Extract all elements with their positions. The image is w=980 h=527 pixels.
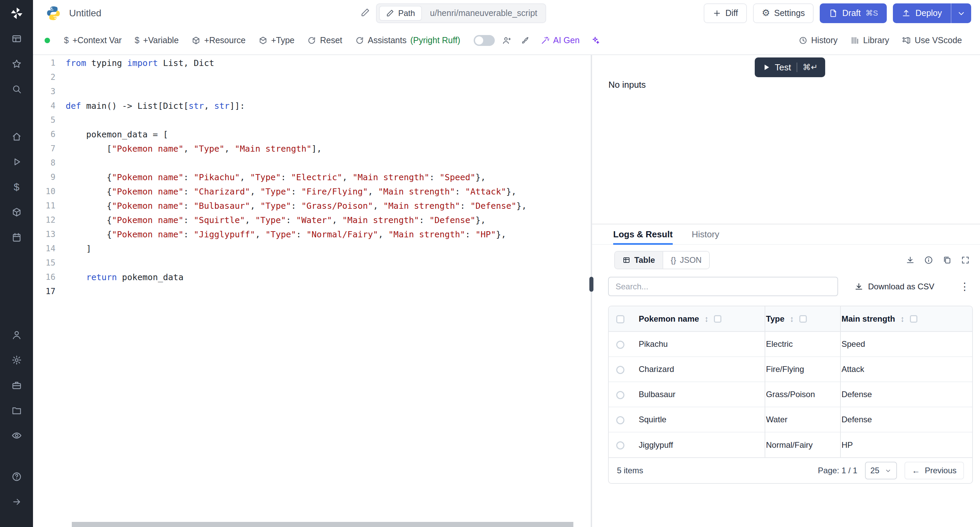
code-line[interactable]: 8 [33, 156, 591, 170]
expand-icon[interactable] [961, 256, 970, 265]
sort-icon[interactable]: ↕ [790, 314, 794, 324]
code-line[interactable]: 10 {"Pokemon name": "Charizard", "Type":… [33, 184, 591, 198]
multiplayer-toggle[interactable] [474, 35, 495, 46]
row-checkbox[interactable] [616, 441, 624, 449]
download-csv-button[interactable]: Download as CSV [854, 282, 934, 291]
path-chip[interactable]: Path u/henri/maneuverable_script [376, 3, 546, 23]
resources-icon[interactable] [9, 205, 24, 220]
code-line[interactable]: 6 pokemon_data = [ [33, 127, 591, 141]
search-icon[interactable] [9, 82, 24, 97]
code-line[interactable]: 5 [33, 113, 591, 127]
column-checkbox[interactable] [714, 315, 721, 323]
dollar-icon[interactable]: $ [9, 179, 24, 194]
column-header-pokemon-name[interactable]: Pokemon name↕ [638, 306, 765, 332]
code-line[interactable]: 15 [33, 256, 591, 270]
library-button[interactable]: Library [844, 35, 896, 45]
add-type-button[interactable]: +Type [252, 35, 301, 45]
table-row[interactable]: PikachuElectricSpeed [609, 332, 973, 357]
gear-icon[interactable] [9, 352, 24, 368]
row-checkbox[interactable] [616, 391, 624, 399]
home-icon[interactable] [9, 129, 24, 144]
collapse-arrow-icon[interactable] [9, 494, 24, 510]
view-table-button[interactable]: Table [615, 252, 662, 268]
deploy-dropdown-chevron[interactable] [951, 3, 971, 23]
code-line[interactable]: 4def main() -> List[Dict[str, str]]: [33, 98, 591, 113]
row-checkbox[interactable] [616, 416, 624, 424]
table-row[interactable]: CharizardFire/FlyingAttack [609, 357, 973, 382]
row-checkbox[interactable] [616, 341, 624, 349]
select-all-checkbox[interactable] [616, 315, 624, 323]
page-size-select[interactable]: 25 [865, 462, 897, 479]
horizontal-scrollbar[interactable] [72, 522, 573, 527]
settings-button[interactable]: ⚙ Settings [753, 3, 814, 23]
code-line[interactable]: 3 [33, 84, 591, 98]
edit-icon[interactable] [360, 8, 370, 19]
view-json-button[interactable]: {} JSON [662, 252, 709, 268]
info-icon[interactable] [924, 256, 933, 265]
previous-page-button[interactable]: ← Previous [904, 462, 964, 479]
add-resource-button[interactable]: +Resource [185, 35, 252, 45]
column-header-type[interactable]: Type↕ [765, 306, 840, 332]
eye-icon[interactable] [9, 428, 24, 443]
toolbox-icon[interactable] [9, 378, 24, 393]
row-checkbox[interactable] [616, 366, 624, 374]
code-line[interactable]: 12 {"Pokemon name": "Squirtle", "Type": … [33, 213, 591, 227]
sort-icon[interactable]: ↕ [705, 314, 708, 324]
shield-icon [259, 36, 267, 45]
diff-button[interactable]: Diff [704, 3, 747, 23]
test-label: Test [775, 62, 791, 73]
code-line[interactable]: 7 ["Pokemon name", "Type", "Main strengt… [33, 141, 591, 156]
code-line[interactable]: 17 [33, 284, 591, 298]
code-line[interactable]: 2 [33, 70, 591, 84]
windmill-logo[interactable] [9, 5, 24, 21]
kebab-menu-icon[interactable]: ⋮ [959, 281, 970, 292]
users-icon[interactable] [498, 36, 516, 45]
sparkles-icon[interactable] [586, 36, 605, 45]
reset-button[interactable]: Reset [301, 35, 348, 45]
user-icon[interactable] [9, 327, 24, 342]
add-variable-button[interactable]: $ +Variable [128, 35, 185, 45]
right-panel: Test ⌘↵ No inputs Logs & Result History [592, 55, 980, 527]
ai-gen-button[interactable]: AI Gen [534, 35, 586, 45]
search-input[interactable] [608, 277, 838, 296]
tab-logs-result[interactable]: Logs & Result [613, 224, 673, 244]
code-line[interactable]: 14 ] [33, 241, 591, 256]
copy-icon[interactable] [943, 256, 951, 265]
column-label: Pokemon name [639, 314, 699, 324]
panels-icon[interactable] [9, 31, 24, 46]
draft-button[interactable]: Draft ⌘S [820, 3, 887, 23]
code-line[interactable]: 11 {"Pokemon name": "Bulbasaur", "Type":… [33, 198, 591, 213]
code-line[interactable]: 16 return pokemon_data [33, 270, 591, 284]
deploy-button[interactable]: Deploy [893, 3, 971, 23]
column-checkbox[interactable] [910, 315, 917, 323]
add-context-var-button[interactable]: $ +Context Var [57, 35, 128, 45]
column-header-main-strength[interactable]: Main strength↕ [840, 306, 973, 332]
table-row[interactable]: SquirtleWaterDefense [609, 407, 973, 432]
history-button[interactable]: History [792, 35, 844, 45]
calendar-icon[interactable] [9, 230, 24, 245]
folder-icon[interactable] [9, 403, 24, 418]
table-row[interactable]: JigglypuffNormal/FairyHP [609, 432, 973, 457]
run-area: Test ⌘↵ No inputs [592, 55, 980, 224]
code-line[interactable]: 13 {"Pokemon name": "Jigglypuff", "Type"… [33, 227, 591, 241]
help-icon[interactable] [9, 469, 24, 484]
star-icon[interactable] [9, 56, 24, 71]
sort-icon[interactable]: ↕ [900, 314, 904, 324]
code-line[interactable]: 1from typing import List, Dict [33, 56, 591, 70]
table-row[interactable]: BulbasaurGrass/PoisonDefense [609, 382, 973, 407]
download-icon[interactable] [906, 256, 915, 265]
splitter-handle[interactable] [589, 277, 593, 292]
use-vscode-button[interactable]: Use VScode [896, 35, 969, 45]
format-brush-icon[interactable] [516, 36, 534, 45]
line-number: 9 [33, 172, 66, 182]
path-edit-button[interactable]: Path [379, 6, 422, 21]
column-checkbox[interactable] [799, 315, 807, 323]
test-button[interactable]: Test ⌘↵ [755, 57, 825, 77]
assistants-button[interactable]: Assistants (Pyright Ruff) [349, 35, 467, 45]
tab-history[interactable]: History [692, 224, 719, 244]
plus-icon [713, 9, 721, 17]
code-editor[interactable]: 1from typing import List, Dict234def mai… [33, 55, 591, 527]
play-icon[interactable] [9, 154, 24, 169]
code-line[interactable]: 9 {"Pokemon name": "Pikachu", "Type": "E… [33, 170, 591, 184]
deploy-label: Deploy [915, 8, 942, 18]
